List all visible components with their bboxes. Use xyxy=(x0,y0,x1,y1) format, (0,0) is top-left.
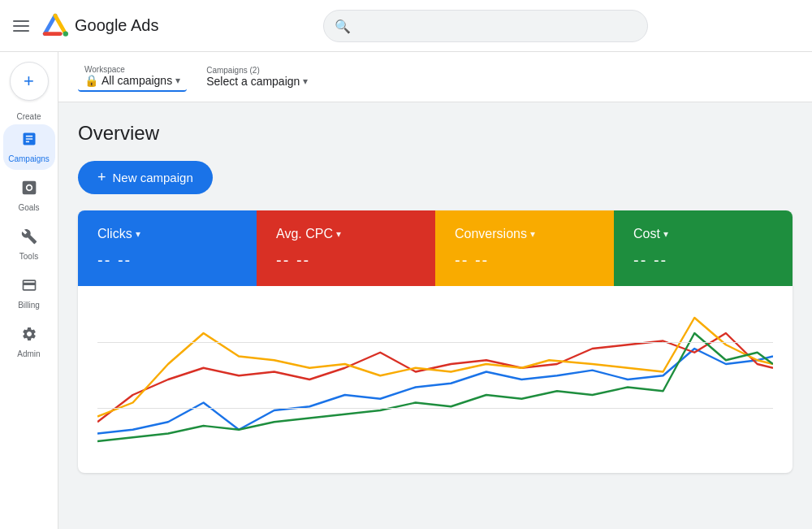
metric-label-avg-cpc: Avg. CPC ▾ xyxy=(276,227,416,241)
metric-label-conversions: Conversions ▾ xyxy=(455,227,594,241)
goals-icon xyxy=(21,180,37,200)
sidebar-item-campaigns-label: Campaigns xyxy=(8,154,50,163)
app-name: Google Ads xyxy=(75,16,158,35)
campaigns-dropdown-value: Select a campaign ▾ xyxy=(206,75,308,88)
app-logo: Google Ads xyxy=(42,13,158,39)
workspace-bar: Workspace 🔒 All campaigns ▾ Campaigns (2… xyxy=(58,52,812,102)
conversions-chevron-icon: ▾ xyxy=(530,228,535,240)
sidebar: + Create Campaigns Goals Tools Billi xyxy=(0,52,58,529)
google-ads-logo-icon xyxy=(42,13,68,39)
top-nav: Google Ads 🔍 xyxy=(0,0,812,52)
chart-line-avg-cpc xyxy=(97,333,773,422)
metric-block-clicks[interactable]: Clicks ▾ -- -- xyxy=(78,210,257,286)
page-title: Overview xyxy=(78,122,793,145)
line-chart xyxy=(97,302,773,457)
sidebar-item-campaigns[interactable]: Campaigns xyxy=(3,124,55,170)
metric-label-clicks: Clicks ▾ xyxy=(97,227,237,241)
chart-area xyxy=(78,286,793,473)
avg-cpc-chevron-icon: ▾ xyxy=(336,228,341,240)
main-layout: + Create Campaigns Goals Tools Billi xyxy=(0,52,812,529)
new-campaign-button[interactable]: + New campaign xyxy=(78,161,213,194)
metric-value-cost: -- -- xyxy=(633,251,773,270)
metric-value-avg-cpc: -- -- xyxy=(276,251,416,270)
metric-value-conversions: -- -- xyxy=(455,251,594,270)
search-input[interactable] xyxy=(323,10,648,42)
workspace-chevron-icon: ▾ xyxy=(175,75,180,86)
chart-grid-line-bottom xyxy=(97,408,773,409)
tools-icon xyxy=(21,228,37,249)
metrics-header: Clicks ▾ -- -- Avg. CPC ▾ -- -- xyxy=(78,210,793,286)
metric-label-cost: Cost ▾ xyxy=(633,227,773,241)
campaigns-dropdown-label: Campaigns (2) xyxy=(206,66,308,75)
billing-icon xyxy=(21,277,37,297)
sidebar-item-admin-label: Admin xyxy=(17,349,40,358)
sidebar-item-billing[interactable]: Billing xyxy=(3,271,55,316)
sidebar-item-billing-label: Billing xyxy=(18,301,40,310)
cost-chevron-icon: ▾ xyxy=(663,228,668,240)
metric-value-clicks: -- -- xyxy=(97,251,237,270)
create-label: Create xyxy=(16,112,41,121)
metric-block-cost[interactable]: Cost ▾ -- -- xyxy=(614,210,793,286)
metric-block-avg-cpc[interactable]: Avg. CPC ▾ -- -- xyxy=(257,210,435,286)
metric-block-conversions[interactable]: Conversions ▾ -- -- xyxy=(435,210,614,286)
workspace-value: 🔒 All campaigns ▾ xyxy=(84,74,180,87)
create-button[interactable]: + xyxy=(10,62,49,101)
workspace-dropdown[interactable]: Workspace 🔒 All campaigns ▾ xyxy=(78,62,187,92)
overview-section: Overview + New campaign Clicks ▾ -- -- xyxy=(58,102,812,492)
clicks-chevron-icon: ▾ xyxy=(136,228,140,240)
workspace-label: Workspace xyxy=(84,65,180,74)
admin-icon xyxy=(21,326,37,346)
svg-line-2 xyxy=(55,15,66,33)
menu-icon[interactable] xyxy=(13,20,29,32)
sidebar-item-goals[interactable]: Goals xyxy=(3,173,55,219)
metrics-card: Clicks ▾ -- -- Avg. CPC ▾ -- -- xyxy=(78,210,793,473)
chart-line-cost xyxy=(97,333,773,441)
content-area: Workspace 🔒 All campaigns ▾ Campaigns (2… xyxy=(58,52,812,529)
new-campaign-label: New campaign xyxy=(113,171,193,184)
sidebar-item-tools-label: Tools xyxy=(19,252,38,261)
plus-icon: + xyxy=(24,72,34,90)
chart-line-clicks xyxy=(97,349,773,434)
search-icon: 🔍 xyxy=(335,18,351,33)
campaigns-chevron-icon: ▾ xyxy=(303,76,308,87)
sidebar-item-goals-label: Goals xyxy=(18,203,39,212)
sidebar-item-tools[interactable]: Tools xyxy=(3,222,55,267)
svg-point-4 xyxy=(63,31,68,36)
search-bar[interactable]: 🔍 xyxy=(323,10,648,42)
lock-icon: 🔒 xyxy=(84,74,98,87)
campaigns-icon xyxy=(21,131,37,151)
sidebar-item-admin[interactable]: Admin xyxy=(3,319,55,365)
chart-grid-line-top xyxy=(97,342,773,343)
campaigns-dropdown[interactable]: Campaigns (2) Select a campaign ▾ xyxy=(200,63,314,91)
svg-line-1 xyxy=(45,15,55,33)
new-campaign-plus-icon: + xyxy=(97,169,106,186)
